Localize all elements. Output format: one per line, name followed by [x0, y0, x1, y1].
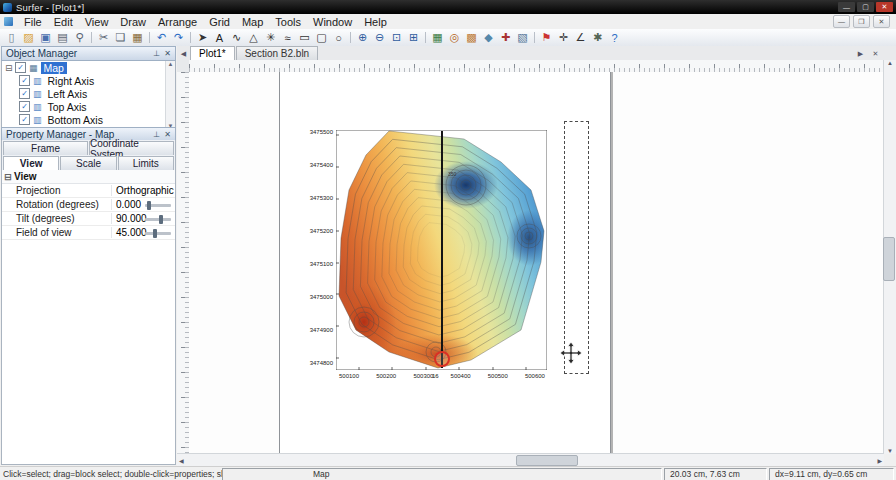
menu-edit[interactable]: Edit — [48, 14, 79, 29]
horizontal-scroll-thumb[interactable] — [516, 455, 578, 466]
checkbox-checked-icon[interactable]: ✓ — [19, 101, 30, 112]
property-slider[interactable] — [145, 232, 171, 235]
minimize-button[interactable]: — — [838, 2, 855, 12]
pm-tab-frame[interactable]: Frame — [3, 141, 88, 155]
document-tab-section-b2-bln[interactable]: Section B2.bln — [236, 46, 319, 60]
slider-thumb[interactable] — [153, 229, 157, 238]
pin-icon[interactable]: ⊥ — [153, 49, 160, 58]
help-icon[interactable]: ? — [606, 30, 623, 45]
map-wizard-icon[interactable]: ⚑ — [538, 30, 555, 45]
tab-scroll-right-icon[interactable]: ▶ — [854, 47, 867, 60]
pm-tab-limits[interactable]: Limits — [118, 156, 174, 170]
cut-icon[interactable]: ✂ — [95, 30, 112, 45]
contour-map-icon[interactable]: ◎ — [446, 30, 463, 45]
print-preview-icon[interactable]: ⚲ — [71, 30, 88, 45]
pm-tab-view[interactable]: View — [3, 156, 59, 170]
property-value[interactable]: 45.000 — [112, 227, 175, 238]
menu-file[interactable]: File — [18, 14, 48, 29]
print-icon[interactable]: ▤ — [54, 30, 71, 45]
mdi-restore-button[interactable]: ❐ — [853, 15, 870, 28]
vertical-scrollbar[interactable]: ▲ ▼ — [883, 60, 896, 454]
plot-canvas[interactable]: 350 347550034754003475300347520034751003… — [189, 72, 884, 454]
tab-close-icon[interactable]: ✕ — [869, 47, 882, 60]
rounded-rectangle-tool-icon[interactable]: ▢ — [313, 30, 330, 45]
menu-map[interactable]: Map — [236, 14, 269, 29]
rectangle-tool-icon[interactable]: ▭ — [296, 30, 313, 45]
document-tab-plot1-[interactable]: Plot1* — [190, 46, 235, 60]
tab-scroll-left-icon[interactable]: ◀ — [177, 47, 190, 60]
pm-tab-coordinate-system[interactable]: Coordinate System — [89, 141, 174, 155]
symbol-tool-icon[interactable]: ✳ — [262, 30, 279, 45]
scroll-up-icon[interactable]: ▲ — [168, 61, 174, 67]
vertical-scroll-thumb[interactable] — [883, 237, 895, 281]
tree-item-label[interactable]: Top Axis — [45, 101, 90, 113]
select-arrow-icon[interactable]: ➤ — [194, 30, 211, 45]
menu-window[interactable]: Window — [307, 14, 358, 29]
checkbox-checked-icon[interactable]: ✓ — [19, 75, 30, 86]
scroll-right-icon[interactable]: ▶ — [877, 457, 882, 464]
post-point-marker[interactable] — [434, 351, 450, 367]
horizontal-scrollbar[interactable]: ◀ ▶ — [177, 453, 884, 466]
zoom-in-icon[interactable]: ⊕ — [354, 30, 371, 45]
tree-item-label[interactable]: Bottom Axis — [45, 114, 106, 126]
menu-view[interactable]: View — [79, 14, 115, 29]
options-icon[interactable]: ✱ — [589, 30, 606, 45]
property-value[interactable]: Orthographic — [112, 185, 175, 196]
undo-icon[interactable]: ↶ — [153, 30, 170, 45]
base-map-icon[interactable]: ▧ — [514, 30, 531, 45]
checkbox-checked-icon[interactable]: ✓ — [19, 88, 30, 99]
selection-marquee[interactable] — [564, 121, 589, 374]
zoom-window-icon[interactable]: ⊡ — [388, 30, 405, 45]
collapse-icon[interactable]: ⊟ — [4, 173, 12, 181]
panel-close-icon[interactable]: ✕ — [164, 49, 171, 58]
post-map-icon[interactable]: ✚ — [497, 30, 514, 45]
menu-arrange[interactable]: Arrange — [152, 14, 203, 29]
property-value[interactable]: 0.000 — [112, 199, 175, 210]
property-section-view[interactable]: ⊟ View — [2, 170, 175, 184]
save-icon[interactable]: ▣ — [37, 30, 54, 45]
tree-item-top-axis[interactable]: ✓▥Top Axis — [2, 100, 175, 113]
menu-draw[interactable]: Draw — [114, 14, 152, 29]
scroll-down-icon[interactable]: ▼ — [887, 448, 893, 454]
scroll-left-icon[interactable]: ◀ — [179, 457, 184, 464]
mdi-close-button[interactable]: ✕ — [873, 15, 890, 28]
menu-tools[interactable]: Tools — [269, 14, 307, 29]
grid-data-icon[interactable]: ▦ — [429, 30, 446, 45]
spline-tool-icon[interactable]: ≈ — [279, 30, 296, 45]
maximize-button[interactable]: ▢ — [857, 2, 874, 12]
slider-thumb[interactable] — [159, 215, 163, 224]
object-manager-header[interactable]: Object Manager ⊥ ✕ — [1, 46, 176, 61]
new-icon[interactable]: ▯ — [3, 30, 20, 45]
tree-item-label[interactable]: Map — [41, 62, 67, 74]
open-icon[interactable]: ▨ — [20, 30, 37, 45]
zoom-fit-icon[interactable]: ⊞ — [405, 30, 422, 45]
text-tool-icon[interactable]: A — [211, 30, 228, 45]
tree-item-bottom-axis[interactable]: ✓▥Bottom Axis — [2, 113, 175, 126]
measure-icon[interactable]: ∠ — [572, 30, 589, 45]
menu-grid[interactable]: Grid — [203, 14, 236, 29]
tree-item-right-axis[interactable]: ✓▥Right Axis — [2, 74, 175, 87]
digitize-icon[interactable]: ✛ — [555, 30, 572, 45]
mdi-minimize-button[interactable]: — — [833, 15, 850, 28]
pm-tab-scale[interactable]: Scale — [60, 156, 116, 170]
checkbox-checked-icon[interactable]: ✓ — [19, 114, 30, 125]
polyline-tool-icon[interactable]: ∿ — [228, 30, 245, 45]
close-button[interactable]: ✕ — [876, 2, 893, 12]
property-slider[interactable] — [145, 218, 171, 221]
property-value[interactable]: 90.000 — [112, 213, 175, 224]
tree-item-map[interactable]: ⊟ ✓ ▦ Map — [2, 61, 175, 74]
tree-item-label[interactable]: Right Axis — [45, 75, 98, 87]
slider-thumb[interactable] — [147, 201, 151, 210]
property-slider[interactable] — [145, 204, 171, 207]
ellipse-tool-icon[interactable]: ○ — [330, 30, 347, 45]
copy-icon[interactable]: ❏ — [112, 30, 129, 45]
checkbox-checked-icon[interactable]: ✓ — [15, 62, 26, 73]
redo-icon[interactable]: ↷ — [170, 30, 187, 45]
3d-surface-icon[interactable]: ◆ — [480, 30, 497, 45]
tree-scrollbar[interactable]: ▲ ▼ — [165, 61, 175, 129]
menu-help[interactable]: Help — [358, 14, 393, 29]
polygon-tool-icon[interactable]: △ — [245, 30, 262, 45]
zoom-out-icon[interactable]: ⊖ — [371, 30, 388, 45]
paste-icon[interactable]: ▦ — [129, 30, 146, 45]
color-relief-map-icon[interactable]: ▩ — [463, 30, 480, 45]
